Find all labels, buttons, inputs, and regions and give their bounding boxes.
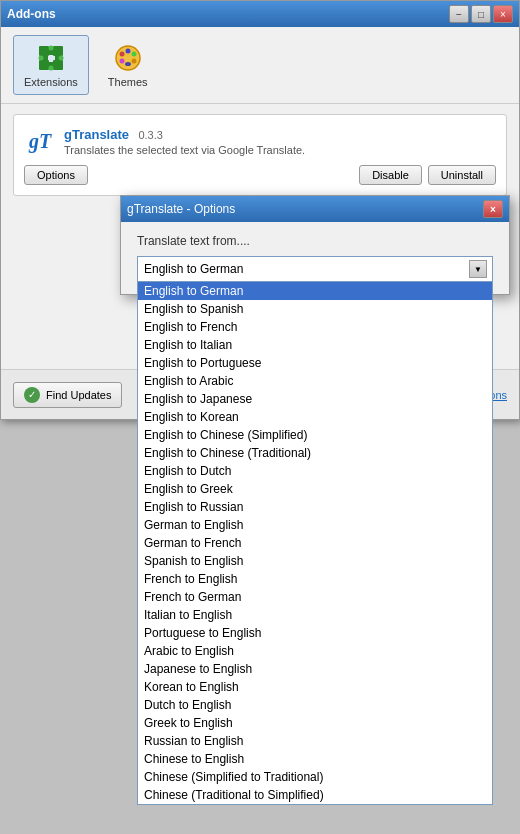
title-bar-controls: − □ × [449,5,513,23]
language-option[interactable]: English to Italian [138,336,492,354]
addon-name: gTranslate [64,127,129,142]
update-icon: ✓ [24,387,40,403]
language-dropdown-list[interactable]: English to GermanEnglish to SpanishEngli… [137,282,493,805]
close-button[interactable]: × [493,5,513,23]
options-title-text: gTranslate - Options [127,202,235,216]
language-option[interactable]: English to Japanese [138,390,492,408]
language-option[interactable]: Chinese (Traditional to Simplified) [138,786,492,804]
language-option[interactable]: French to English [138,570,492,588]
addon-header: gT gTranslate 0.3.3 Translates the selec… [24,125,496,157]
addon-logo: gT [24,125,56,157]
themes-tab[interactable]: Themes [97,35,159,95]
svg-point-8 [48,46,53,51]
addon-description: Translates the selected text via Google … [64,144,496,156]
addon-version: 0.3.3 [138,129,162,141]
language-option[interactable]: Chinese (Simplified to Traditional) [138,768,492,786]
maximize-button[interactable]: □ [471,5,491,23]
options-title-bar: gTranslate - Options × [121,196,509,222]
extensions-icon [35,42,67,74]
selected-language-text: English to German [144,262,243,276]
options-dialog: gTranslate - Options × Translate text fr… [120,195,510,295]
language-option[interactable]: English to Chinese (Traditional) [138,444,492,462]
language-option[interactable]: English to Spanish [138,300,492,318]
translate-label: Translate text from.... [137,234,493,248]
language-option[interactable]: English to Russian [138,498,492,516]
addon-buttons: Options Disable Uninstall [24,165,496,185]
svg-point-14 [125,49,130,54]
addon-btn-group: Disable Uninstall [359,165,496,185]
options-button[interactable]: Options [24,165,88,185]
themes-label: Themes [108,76,148,88]
find-updates-label: Find Updates [46,389,111,401]
language-option[interactable]: English to German [138,282,492,300]
svg-point-10 [58,56,63,61]
uninstall-button[interactable]: Uninstall [428,165,496,185]
svg-point-11 [48,66,53,71]
svg-point-9 [38,56,43,61]
options-close-button[interactable]: × [483,200,503,218]
themes-icon [112,42,144,74]
addons-title-bar: Add-ons − □ × [1,1,519,27]
language-option[interactable]: Dutch to English [138,696,492,714]
language-option[interactable]: Spanish to English [138,552,492,570]
language-option[interactable]: English to Portuguese [138,354,492,372]
find-updates-button[interactable]: ✓ Find Updates [13,382,122,408]
language-option[interactable]: German to French [138,534,492,552]
svg-point-18 [125,62,131,66]
svg-point-16 [131,59,136,64]
toolbar: Extensions Themes [1,27,519,104]
extensions-tab[interactable]: Extensions [13,35,89,95]
svg-point-13 [119,52,124,57]
language-option[interactable]: English to Chinese (Simplified) [138,426,492,444]
language-option[interactable]: English to Korean [138,408,492,426]
addon-name-row: gTranslate 0.3.3 [64,127,496,142]
language-option[interactable]: English to Dutch [138,462,492,480]
addons-title-text: Add-ons [7,7,56,21]
language-option[interactable]: Greek to English [138,714,492,732]
language-option[interactable]: Portuguese to English [138,624,492,642]
language-option[interactable]: Chinese to English [138,750,492,768]
language-option[interactable]: English to French [138,318,492,336]
addon-item: gT gTranslate 0.3.3 Translates the selec… [13,114,507,196]
svg-point-15 [131,52,136,57]
language-option[interactable]: English to Greek [138,480,492,498]
addon-info: gTranslate 0.3.3 Translates the selected… [64,127,496,156]
disable-button[interactable]: Disable [359,165,422,185]
minimize-button[interactable]: − [449,5,469,23]
language-option[interactable]: Korean to English [138,678,492,696]
extensions-label: Extensions [24,76,78,88]
language-option[interactable]: French to German [138,588,492,606]
language-dropdown-selected[interactable]: English to German ▼ [137,256,493,282]
svg-rect-5 [43,54,48,62]
svg-point-17 [119,59,124,64]
options-body: Translate text from.... English to Germa… [121,222,509,294]
language-option[interactable]: Italian to English [138,606,492,624]
language-option[interactable]: Arabic to English [138,642,492,660]
language-option[interactable]: German to English [138,516,492,534]
dropdown-arrow-icon[interactable]: ▼ [469,260,487,278]
language-option[interactable]: English to Arabic [138,372,492,390]
language-dropdown-container: English to German ▼ English to GermanEng… [137,256,493,282]
language-option[interactable]: Japanese to English [138,660,492,678]
svg-rect-4 [47,50,55,55]
language-option[interactable]: Russian to English [138,732,492,750]
